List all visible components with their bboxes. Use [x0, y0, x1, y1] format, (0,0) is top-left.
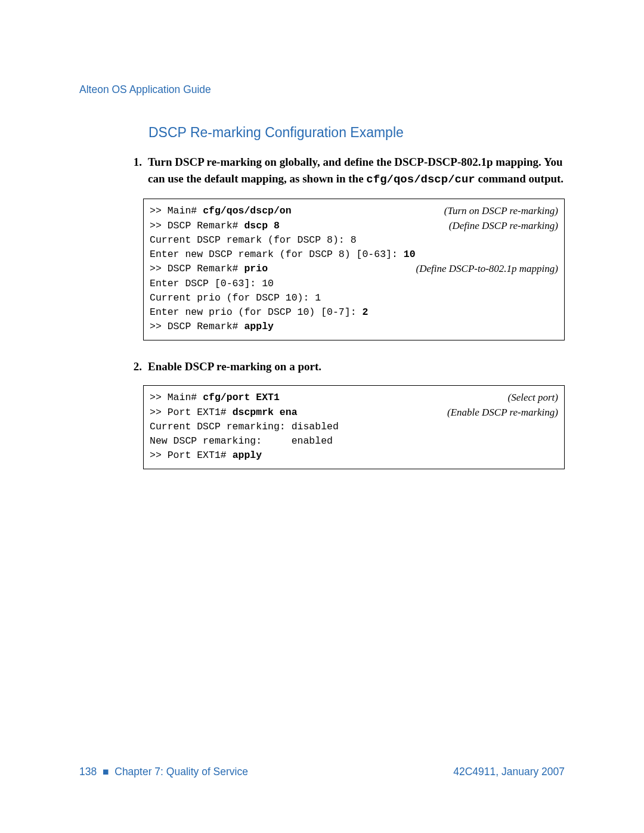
c2-l5-cmd: apply	[233, 450, 262, 461]
c1-l8-bold: 2	[362, 306, 368, 318]
c1-l9-prompt: >> DSCP Remark#	[150, 321, 244, 332]
step-1-text-post: command output.	[475, 172, 564, 185]
c1-l2-cmd: dscp 8	[244, 220, 279, 231]
footer-sep-icon: ■	[103, 766, 109, 778]
c2-l1-cmd: cfg/port EXT1	[203, 392, 280, 403]
c1-l4-bold: 10	[404, 249, 416, 260]
c1-l5-cmd: prio	[244, 263, 268, 274]
footer-docref: 42C4911, January 2007	[453, 766, 565, 778]
c1-l8-pre: Enter new prio (for DSCP 10) [0-7]:	[150, 306, 362, 318]
c2-l1-prompt: >> Main#	[150, 392, 203, 403]
step-1-text-cmd: cfg/qos/dscp/cur	[366, 173, 475, 186]
running-header: Alteon OS Application Guide	[79, 83, 565, 96]
step-1-number: 1.	[130, 154, 148, 188]
step-2-text: Enable DSCP re-marking on a port.	[148, 358, 565, 375]
c1-l1-annot: (Turn on DSCP re-marking)	[434, 204, 558, 219]
c2-l5-prompt: >> Port EXT1#	[150, 450, 233, 461]
c1-l6: Enter DSCP [0-63]: 10	[150, 277, 274, 291]
step-2-number: 2.	[130, 358, 148, 375]
c1-l1-prompt: >> Main#	[150, 205, 203, 216]
footer-chapter: Chapter 7: Quality of Service	[114, 766, 248, 778]
footer-page-num: 138	[79, 766, 97, 778]
c1-l3: Current DSCP remark (for DSCP 8): 8	[150, 233, 357, 247]
codebox-1: >> Main# cfg/qos/dscp/on (Turn on DSCP r…	[143, 199, 565, 340]
c1-l5-prompt: >> DSCP Remark#	[150, 263, 244, 274]
c2-l4: New DSCP remarking: enabled	[150, 434, 333, 448]
step-2: 2. Enable DSCP re-marking on a port. >> …	[130, 358, 565, 470]
section-heading: DSCP Re-marking Configuration Example	[148, 125, 565, 141]
step-1-text: Turn DSCP re-marking on globally, and de…	[148, 154, 565, 188]
c1-l5-annot: (Define DSCP-to-802.1p mapping)	[405, 262, 558, 277]
c1-l9-cmd: apply	[244, 321, 274, 332]
c1-l4-pre: Enter new DSCP remark (for DSCP 8) [0-63…	[150, 249, 404, 260]
step-1: 1. Turn DSCP re-marking on globally, and…	[130, 154, 565, 340]
codebox-2: >> Main# cfg/port EXT1 (Select port) >> …	[143, 385, 565, 469]
c2-l2-cmd: dscpmrk ena	[233, 407, 298, 418]
c2-l3: Current DSCP remarking: disabled	[150, 420, 339, 434]
c2-l2-annot: (Enable DSCP re-marking)	[436, 405, 558, 420]
c1-l7: Current prio (for DSCP 10): 1	[150, 291, 321, 305]
c1-l2-annot: (Define DSCP re-marking)	[438, 219, 558, 234]
c2-l1-annot: (Select port)	[497, 391, 559, 405]
c1-l1-cmd: cfg/qos/dscp/on	[203, 205, 292, 216]
c2-l2-prompt: >> Port EXT1#	[150, 407, 233, 418]
page-footer: 138 ■ Chapter 7: Quality of Service 42C4…	[79, 766, 565, 778]
c1-l2-prompt: >> DSCP Remark#	[150, 220, 244, 231]
